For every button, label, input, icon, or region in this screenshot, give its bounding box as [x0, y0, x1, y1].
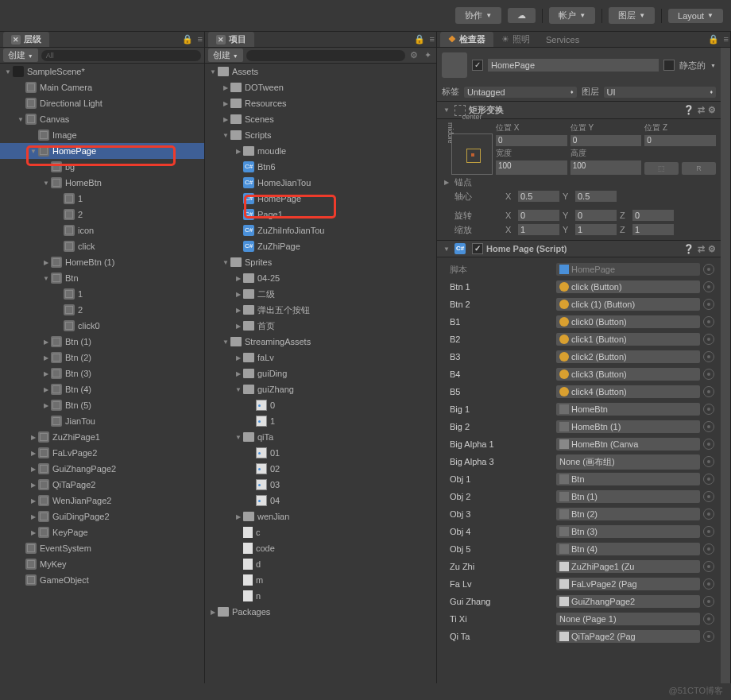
tree-row[interactable]: 1: [205, 413, 436, 429]
tree-row[interactable]: Btn (5): [0, 397, 204, 413]
tab-hierarchy[interactable]: ✕层级: [3, 32, 49, 47]
lock-icon[interactable]: 🔒: [180, 34, 195, 44]
tab-services[interactable]: Services: [538, 33, 587, 46]
tree-row[interactable]: Assets: [205, 64, 436, 79]
foldout-icon[interactable]: [442, 246, 451, 253]
pivot-x-field[interactable]: 0.5: [518, 191, 559, 202]
scale-y-field[interactable]: 1: [575, 224, 617, 235]
preset-icon[interactable]: ⇄: [698, 244, 705, 254]
hierarchy-tree[interactable]: SampleScene*Main CameraDirectional Light…: [0, 64, 204, 683]
object-picker-icon[interactable]: [703, 613, 714, 625]
tree-row[interactable]: 弹出五个按钮: [205, 302, 436, 318]
object-picker-icon[interactable]: [703, 596, 714, 607]
rot-x-field[interactable]: 0: [518, 210, 559, 221]
foldout-icon[interactable]: [41, 180, 51, 187]
foldout-icon[interactable]: [234, 307, 243, 314]
tab-lighting[interactable]: ☀照明: [493, 32, 538, 47]
foldout-icon[interactable]: [234, 148, 243, 155]
object-field[interactable]: ZuZhiPage1 (Zu: [556, 560, 700, 573]
tree-row[interactable]: Btn (4): [0, 381, 204, 397]
scale-x-field[interactable]: 1: [518, 224, 559, 235]
tree-row[interactable]: Resources: [205, 95, 436, 111]
tree-row[interactable]: HomeBtn: [0, 175, 204, 191]
search-input[interactable]: [246, 50, 405, 61]
tree-row[interactable]: n: [205, 588, 436, 604]
object-field[interactable]: Btn: [556, 473, 700, 485]
tree-row[interactable]: Scripts: [205, 127, 436, 143]
object-field[interactable]: click0 (Button): [556, 315, 700, 328]
raw-button[interactable]: R: [682, 162, 716, 175]
tree-row[interactable]: 2: [0, 302, 204, 318]
tree-row[interactable]: MyKey: [0, 556, 204, 572]
foldout-icon[interactable]: [234, 323, 243, 330]
tree-row[interactable]: 03: [205, 477, 436, 493]
foldout-icon[interactable]: [41, 354, 51, 362]
object-picker-icon[interactable]: [703, 281, 714, 292]
foldout-icon[interactable]: [208, 609, 218, 616]
object-field[interactable]: click3 (Button): [556, 368, 700, 381]
tree-row[interactable]: bg: [0, 159, 204, 175]
object-picker-icon[interactable]: [703, 316, 714, 327]
tree-row[interactable]: Btn: [0, 270, 204, 286]
layout-button[interactable]: Layout▼: [668, 9, 723, 23]
foldout-icon[interactable]: [234, 275, 243, 282]
foldout-icon[interactable]: [41, 275, 51, 282]
object-field[interactable]: Btn (2): [556, 508, 700, 520]
scale-z-field[interactable]: 1: [632, 224, 674, 235]
tree-row[interactable]: m: [205, 572, 436, 588]
filter-icon[interactable]: ⚙: [408, 50, 420, 60]
tree-row[interactable]: HomeBtn (1): [0, 254, 204, 270]
tree-row[interactable]: moudle: [205, 143, 436, 159]
tree-row[interactable]: 1: [0, 286, 204, 302]
object-picker-icon[interactable]: [703, 509, 714, 520]
foldout-icon[interactable]: [3, 68, 13, 75]
foldout-icon[interactable]: [16, 116, 25, 123]
foldout-icon[interactable]: [29, 466, 38, 473]
tree-row[interactable]: GuiDingPage2: [0, 509, 204, 524]
object-field[interactable]: HomeBtn (Canva: [556, 438, 700, 451]
foldout-icon[interactable]: [29, 529, 38, 536]
object-picker-icon[interactable]: [703, 631, 714, 642]
tab-inspector[interactable]: ❖检查器: [440, 32, 493, 47]
foldout-icon[interactable]: [234, 386, 243, 393]
object-picker-icon[interactable]: [703, 369, 714, 380]
foldout-icon[interactable]: [41, 402, 51, 409]
object-field[interactable]: QiTaPage2 (Pag: [556, 630, 700, 643]
tree-row[interactable]: Directional Light: [0, 95, 204, 111]
tree-row[interactable]: qiTa: [205, 429, 436, 445]
layers-button[interactable]: 图层▼: [609, 7, 655, 24]
object-field[interactable]: click (1) (Button): [556, 298, 700, 311]
object-picker-icon[interactable]: [703, 526, 714, 537]
object-field[interactable]: Btn (1): [556, 490, 700, 503]
tree-row[interactable]: 01: [205, 445, 436, 461]
tree-row[interactable]: QiTaPage2: [0, 477, 204, 493]
lock-icon[interactable]: 🔒: [706, 34, 721, 44]
tree-row[interactable]: Image: [0, 127, 204, 143]
lock-icon[interactable]: 🔒: [412, 34, 427, 44]
tree-row[interactable]: C#Page1: [205, 207, 436, 222]
anchor-preset[interactable]: [451, 133, 493, 175]
width-field[interactable]: 100: [496, 160, 567, 175]
chevron-down-icon[interactable]: ▼: [710, 63, 716, 68]
object-field[interactable]: click4 (Button): [556, 385, 700, 398]
foldout-icon[interactable]: [41, 386, 51, 393]
object-field[interactable]: click1 (Button): [556, 333, 700, 346]
foldout-icon[interactable]: [29, 497, 38, 505]
help-icon[interactable]: ❔: [683, 244, 694, 254]
tree-row[interactable]: StreamingAssets: [205, 334, 436, 350]
object-picker-icon[interactable]: [703, 351, 714, 362]
tree-row[interactable]: GameObject: [0, 572, 204, 588]
tree-row[interactable]: KeyPage: [0, 524, 204, 540]
object-picker-icon[interactable]: [703, 491, 714, 502]
search-input[interactable]: All: [41, 50, 201, 61]
menu-icon[interactable]: ≡: [722, 34, 730, 44]
menu-icon[interactable]: ≡: [196, 34, 204, 44]
tree-row[interactable]: DOTween: [205, 79, 436, 95]
tree-row[interactable]: 0: [205, 397, 436, 413]
tree-row[interactable]: 二级: [205, 286, 436, 302]
tree-row[interactable]: C#ZuZhiPage: [205, 238, 436, 254]
foldout-icon[interactable]: [29, 434, 38, 441]
rot-z-field[interactable]: 0: [632, 210, 674, 221]
foldout-icon[interactable]: [442, 106, 451, 114]
menu-icon[interactable]: ≡: [428, 34, 436, 44]
